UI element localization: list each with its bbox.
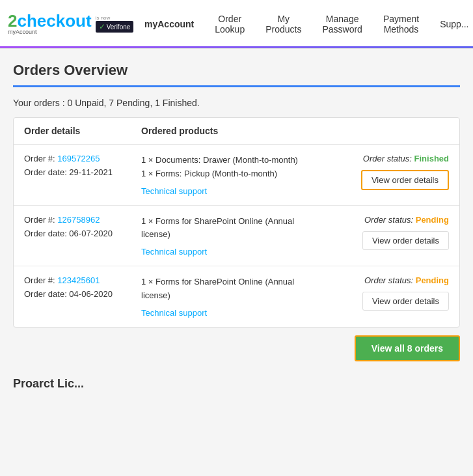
order-status-area-3: Order status: Pending View order details: [319, 275, 449, 311]
tech-support-link-3[interactable]: Technical support: [141, 308, 319, 318]
view-all-orders-btn[interactable]: View all 8 orders: [355, 335, 460, 361]
status-value-3: Pending: [416, 275, 449, 285]
verifone-logo: ✓ Verifone: [96, 21, 134, 33]
view-order-details-btn-2[interactable]: View order details: [362, 231, 449, 250]
order-status-area-1: Order status: Finished View order detail…: [319, 154, 449, 190]
logo-area: 2checkout myAccount is now ✓ Verifone: [8, 12, 118, 36]
order-status-2: Order status: Pending: [364, 215, 449, 225]
nav-item-myaccount[interactable]: myAccount: [134, 0, 204, 48]
tech-support-link-1[interactable]: Technical support: [141, 186, 319, 196]
order-products-1: 1 × Documents: Drawer (Month-to-month) 1…: [141, 154, 319, 196]
order-date-2: Order date: 06-07-2020: [24, 229, 141, 238]
order-number-3: Order #: 123425601: [24, 275, 141, 285]
order-info-3: Order #: 123425601 Order date: 04-06-202…: [24, 275, 141, 299]
navbar: 2checkout myAccount is now ✓ Verifone my…: [0, 0, 473, 49]
is-now-label: is now: [96, 15, 134, 21]
next-section-title: Proarct Lic...: [13, 377, 460, 393]
table-header: Order details Ordered products: [14, 118, 459, 145]
blue-divider: [13, 85, 460, 87]
status-value-2: Pending: [416, 215, 449, 225]
logo-checkout: checkout: [17, 11, 91, 31]
verifone-badge-area: is now ✓ Verifone: [96, 15, 134, 33]
table-row: Order #: 169572265 Order date: 29-11-202…: [14, 145, 459, 206]
product-list-1: 1 × Documents: Drawer (Month-to-month) 1…: [141, 154, 319, 181]
status-value-1: Finished: [414, 154, 449, 163]
order-products-3: 1 × Forms for SharePoint Online (Annual …: [141, 275, 319, 318]
order-date-1: Order date: 29-11-2021: [24, 167, 141, 177]
orders-summary: Your orders : 0 Unpaid, 7 Pending, 1 Fin…: [13, 98, 460, 108]
order-link-3[interactable]: 123425601: [57, 275, 100, 285]
product-list-2: 1 × Forms for SharePoint Online (Annual …: [141, 215, 319, 242]
orders-table: Order details Ordered products Order #: …: [13, 117, 460, 328]
order-products-2: 1 × Forms for SharePoint Online (Annual …: [141, 215, 319, 257]
table-row: Order #: 123425601 Order date: 04-06-202…: [14, 266, 459, 327]
nav-item-manage-password[interactable]: ManagePassword: [312, 0, 372, 48]
nav-item-support[interactable]: Supp...: [429, 0, 473, 48]
view-order-details-btn-1[interactable]: View order details: [361, 170, 449, 190]
page-title: Orders Overview: [13, 62, 460, 79]
nav-item-my-products[interactable]: MyProducts: [255, 0, 312, 48]
order-date-3: Order date: 04-06-2020: [24, 289, 141, 299]
view-order-details-btn-3[interactable]: View order details: [362, 292, 449, 311]
header-ordered-products: Ordered products: [141, 126, 449, 136]
view-all-area: View all 8 orders: [13, 335, 460, 361]
tech-support-link-2[interactable]: Technical support: [141, 247, 319, 257]
order-status-3: Order status: Pending: [364, 275, 449, 285]
order-number-1: Order #: 169572265: [24, 154, 141, 163]
logo-myaccount: myAccount: [8, 29, 92, 36]
order-status-area-2: Order status: Pending View order details: [319, 215, 449, 250]
order-info-2: Order #: 126758962 Order date: 06-07-202…: [24, 215, 141, 238]
logo[interactable]: 2checkout myAccount: [8, 12, 92, 36]
main-content: Orders Overview Your orders : 0 Unpaid, …: [0, 49, 473, 406]
nav-item-order-lookup[interactable]: OrderLookup: [204, 0, 255, 48]
order-number-2: Order #: 126758962: [24, 215, 141, 225]
order-link-2[interactable]: 126758962: [57, 215, 100, 225]
header-order-details: Order details: [24, 126, 141, 136]
check-icon: ✓: [99, 22, 105, 31]
order-status-1: Order status: Finished: [363, 154, 449, 163]
nav-items: myAccount OrderLookup MyProducts ManageP…: [134, 0, 473, 48]
verifone-text: Verifone: [107, 23, 131, 31]
order-link-1[interactable]: 169572265: [57, 154, 100, 163]
order-info-1: Order #: 169572265 Order date: 29-11-202…: [24, 154, 141, 177]
product-list-3: 1 × Forms for SharePoint Online (Annual …: [141, 275, 319, 303]
logo-2: 2: [8, 11, 17, 31]
nav-item-payment-methods[interactable]: PaymentMethods: [373, 0, 429, 48]
table-row: Order #: 126758962 Order date: 06-07-202…: [14, 206, 459, 267]
